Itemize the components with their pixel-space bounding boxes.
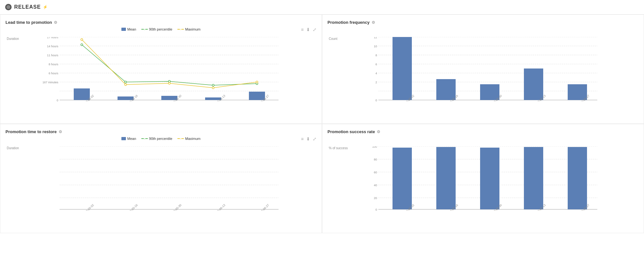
restore-legend-90th: 90th percentile xyxy=(141,137,172,141)
promotion-frequency-panel: Promotion frequency ⚙ Count 12 10 8 6 4 xyxy=(322,14,644,124)
svg-point-25 xyxy=(212,84,214,86)
svg-point-24 xyxy=(168,80,170,82)
svg-point-23 xyxy=(125,81,127,83)
app-header: RELEASE ⚡ xyxy=(0,0,644,14)
app-logo xyxy=(5,4,12,10)
svg-rect-85 xyxy=(393,148,412,209)
svg-text:10: 10 xyxy=(374,45,377,48)
svg-text:2022-06-27: 2022-06-27 xyxy=(257,203,270,211)
promotion-frequency-title: Promotion frequency ⚙ xyxy=(327,20,639,25)
promotion-restore-chart: Duration 2022-05-02 2022-05-16 2022-05-3… xyxy=(5,142,317,219)
lead-time-gear-icon[interactable]: ⚙ xyxy=(54,20,57,25)
lead-time-actions: ≡ ⬇ ⤢ xyxy=(301,27,317,32)
svg-text:6 hours: 6 hours xyxy=(49,72,59,75)
svg-text:4: 4 xyxy=(375,72,377,75)
restore-legend-max-line xyxy=(177,138,184,139)
lead-time-title: Lead time to promotion ⚙ xyxy=(5,20,317,25)
promotion-restore-panel: Promotion time to restore ⚙ Mean 90th pe… xyxy=(0,124,322,233)
legend-90th: 90th percentile xyxy=(141,27,172,31)
svg-text:0: 0 xyxy=(375,208,377,211)
dashboard-grid: Lead time to promotion ⚙ Mean 90th perce… xyxy=(0,14,644,233)
svg-text:0: 0 xyxy=(57,99,58,101)
restore-actions: ≡ ⬇ ⤢ xyxy=(301,136,317,142)
lead-time-svg: 17 hours 14 hours 11 hours 8 hours 6 hou… xyxy=(25,37,313,101)
svg-text:11 hours: 11 hours xyxy=(47,54,59,57)
header-emoji: ⚡ xyxy=(43,5,48,9)
svg-text:2022-05-02: 2022-05-02 xyxy=(82,203,95,211)
app-title: RELEASE xyxy=(14,4,41,10)
svg-point-31 xyxy=(256,81,258,83)
lead-time-legend: Mean 90th percentile Maximum xyxy=(5,27,317,31)
promotion-restore-title: Promotion time to restore ⚙ xyxy=(5,129,317,134)
svg-text:167 minutes: 167 minutes xyxy=(43,81,59,84)
promotion-success-chart: % of success 100 80 60 40 20 0 xyxy=(327,142,639,219)
promotion-success-title: Promotion success rate ⚙ xyxy=(327,129,639,134)
restore-legend-max: Maximum xyxy=(177,137,201,141)
svg-text:40: 40 xyxy=(374,184,377,187)
svg-text:20: 20 xyxy=(374,196,377,200)
svg-text:12: 12 xyxy=(374,37,377,39)
success-svg: 100 80 60 40 20 0 2022-05-02 2022-05-16 … xyxy=(340,146,635,211)
lead-time-chart: Duration 17 hours 14 hours 11 hours 8 ho… xyxy=(5,32,317,110)
legend-max-line xyxy=(177,29,184,30)
restore-download-icon[interactable]: ⬇ xyxy=(306,136,310,142)
svg-text:6: 6 xyxy=(375,63,377,66)
svg-rect-88 xyxy=(524,147,543,209)
legend-mean-box xyxy=(121,28,126,31)
legend-max: Maximum xyxy=(177,27,201,31)
freq-y-axis-label: Count xyxy=(329,37,337,41)
y-axis-label: Duration xyxy=(7,37,19,41)
restore-table-icon[interactable]: ≡ xyxy=(301,136,304,142)
svg-point-28 xyxy=(125,84,127,86)
restore-legend-mean-box xyxy=(121,137,126,140)
restore-y-axis-label: Duration xyxy=(7,146,19,150)
svg-text:60: 60 xyxy=(374,171,377,174)
svg-rect-86 xyxy=(436,147,456,209)
svg-text:8: 8 xyxy=(375,54,377,57)
svg-rect-87 xyxy=(480,148,499,209)
svg-point-1 xyxy=(6,5,10,9)
promotion-restore-gear-icon[interactable]: ⚙ xyxy=(59,130,62,134)
restore-legend-mean: Mean xyxy=(121,137,136,141)
legend-90th-line xyxy=(141,29,148,30)
svg-text:0: 0 xyxy=(375,99,377,101)
svg-rect-53 xyxy=(436,79,456,100)
svg-text:2022-06-13: 2022-06-13 xyxy=(213,203,226,211)
svg-rect-17 xyxy=(74,88,90,100)
lead-time-panel: Lead time to promotion ⚙ Mean 90th perce… xyxy=(0,14,322,124)
promotion-success-panel: Promotion success rate ⚙ % of success 10… xyxy=(322,124,644,233)
svg-rect-55 xyxy=(524,69,543,100)
svg-point-29 xyxy=(168,82,170,84)
table-icon[interactable]: ≡ xyxy=(301,27,304,32)
svg-text:2: 2 xyxy=(375,81,377,84)
svg-text:2022-05-16: 2022-05-16 xyxy=(126,203,138,211)
svg-text:17 hours: 17 hours xyxy=(47,37,59,39)
svg-point-30 xyxy=(212,87,214,89)
restore-svg: 2022-05-02 2022-05-16 2022-05-30 2022-06… xyxy=(25,146,313,211)
svg-text:80: 80 xyxy=(374,158,377,161)
promotion-success-gear-icon[interactable]: ⚙ xyxy=(377,130,380,134)
restore-legend: Mean 90th percentile Maximum xyxy=(5,137,317,141)
expand-icon[interactable]: ⤢ xyxy=(313,27,317,32)
svg-text:8 hours: 8 hours xyxy=(49,63,59,66)
promotion-frequency-chart: Count 12 10 8 6 4 2 0 xyxy=(327,32,639,110)
svg-rect-52 xyxy=(393,37,412,100)
svg-text:100: 100 xyxy=(372,146,377,148)
freq-svg: 12 10 8 6 4 2 0 2022-05-02 2022-05-16 20… xyxy=(340,37,635,101)
svg-text:14 hours: 14 hours xyxy=(47,45,59,48)
restore-legend-90th-line xyxy=(141,138,148,139)
download-icon[interactable]: ⬇ xyxy=(306,27,310,32)
promotion-frequency-gear-icon[interactable]: ⚙ xyxy=(372,20,375,25)
svg-point-22 xyxy=(81,44,83,46)
svg-text:2022-05-30: 2022-05-30 xyxy=(169,203,182,211)
legend-mean: Mean xyxy=(121,27,136,31)
restore-expand-icon[interactable]: ⤢ xyxy=(313,136,317,142)
svg-point-27 xyxy=(81,39,83,41)
svg-rect-89 xyxy=(568,147,587,209)
